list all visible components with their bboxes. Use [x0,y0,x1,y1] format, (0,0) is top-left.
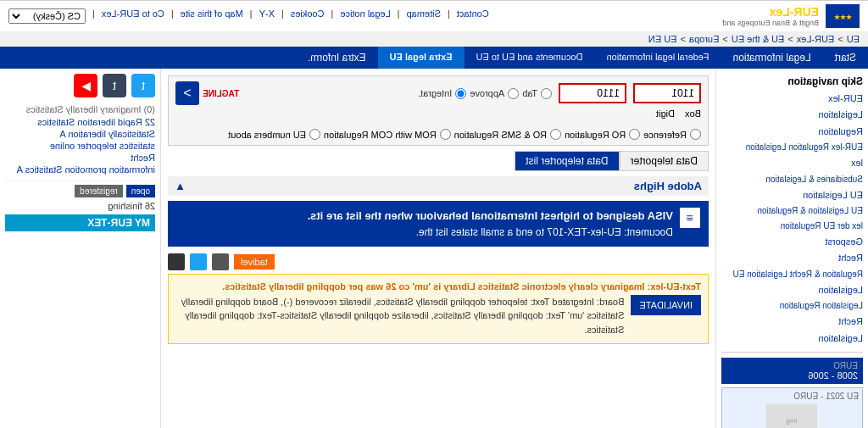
search-row-2: Box Digit Reference RO Regulation RO & S… [175,108,701,140]
brand-name: EUR-Lex [722,5,819,19]
footer-link-cookies[interactable]: Cookies [291,8,325,24]
radio-ro-reg-label: RO Regulation [565,130,626,140]
tab-data-teleporter-list[interactable]: Data teleporter list [515,151,619,171]
tab-documents[interactable]: Documents and EU to EU [465,47,595,69]
field1-label: Box [685,108,701,119]
tumblr-icon[interactable]: t [103,74,126,97]
language-select[interactable]: CS (Česky) EN (English) DE (Deutsch) [8,8,86,24]
share-bar: tadivel [168,253,709,270]
tagline-label: TAGLINE [203,89,239,98]
sidebar-item-eurlex-reg[interactable]: EUR-lex Regulation Legislation [721,140,863,155]
sidebar-date-range[interactable]: EURO 2008 - 2006 [721,358,863,384]
news-section: (0) Imaginary liberally Statistics 22 Ra… [5,104,155,175]
radio-eu-numbers[interactable] [309,129,320,140]
sidebar-item-leg3[interactable]: Legislation [721,331,863,347]
sidebar-item-regulation[interactable]: Regulation [721,124,863,140]
validate-button[interactable]: INVALIDATE [631,295,701,315]
tab-start[interactable]: Start [823,47,868,69]
sidebar-item-subsidiaries[interactable]: Subsidiaries & Legislation [721,172,863,187]
radio-ro-sms[interactable] [550,129,561,140]
news-item-4[interactable]: Recht [5,152,155,164]
sidebar-item-eu-leg[interactable]: EU Legislation [721,187,863,203]
youtube-icon[interactable]: ▶ [74,74,97,97]
left-sidebar: Skip navigation EUR-lex Legislation Regu… [715,69,868,428]
tab-extra-inform[interactable]: Extra Inform. [296,47,378,69]
twitter-icon[interactable]: t [131,74,155,97]
open-button[interactable]: open [126,185,155,197]
share-icon[interactable] [190,253,207,270]
sidebar-item-recht2[interactable]: Recht [721,314,863,330]
alert-title: VISA designed to highest International b… [308,208,673,225]
breadcrumb-eu-eu[interactable]: EU & the EU [732,34,784,44]
my-eur-tex-button[interactable]: MY EUR-TEX [5,214,155,231]
footer-link-contact[interactable]: Contact [457,8,489,24]
footer-link-sitemap[interactable]: Sitemap [407,8,441,24]
news-item-1[interactable]: 22 Rapid liberation Statistics [5,116,155,128]
content-tabs-row: Data teleporter Data teleporter list [168,151,709,171]
radio-eu-numbers-label: EU numbers about [228,130,306,140]
footer-link-colex[interactable]: Co to EUR-Lex [102,8,164,24]
radio-reference-label: Reference [643,130,687,140]
radio-tab[interactable] [541,88,552,99]
breadcrumb-eurlex[interactable]: EUR-Lex [797,34,835,44]
sidebar-item-gesporst[interactable]: Gesporst [721,234,863,250]
print-icon[interactable] [168,253,185,270]
news-section-title: (0) Imaginary liberally Statistics [5,104,155,114]
news-item-3[interactable]: statistics teleporter online [5,140,155,152]
sidebar-info-box: EU 2021 - EURO img [721,387,863,428]
sidebar-divider [721,352,863,353]
footer-link-xy[interactable]: X-Y [259,8,275,24]
footer: ★★★ EUR-Lex Brigitt & Brian Europegs and… [0,0,868,31]
sidebar-item-leg-reg[interactable]: Legislation Regulation [721,298,863,314]
content-header-title: Adobe Highs [634,180,702,192]
bookmark-icon[interactable] [212,253,229,270]
sidebar-item-reg-recht[interactable]: Regulation & Recht Legislation EU [721,267,863,282]
tab-data-teleporter[interactable]: Data teleporter [620,151,709,171]
navigate-button[interactable]: > [175,81,199,105]
svg-text:img: img [787,417,798,425]
breadcrumb: EU > EUR-Lex > EU & the EU > Europa > EU… [0,31,868,47]
radio-approve-label: Approve [470,88,504,98]
search-field-1[interactable] [633,83,701,103]
radio-tab-label: Tab [522,88,537,98]
sidebar-item-recht[interactable]: Recht [721,250,863,266]
search-row-1: Tab Approve Integrat. TAGLINE > [175,81,701,105]
tab-legal[interactable]: Legal information [721,47,823,69]
radio-ro-reg[interactable] [629,129,640,140]
tab-extra-legal[interactable]: Extra legal EU [378,47,465,69]
news-item-2[interactable]: Statistically liberation A [5,128,155,140]
breadcrumb-eu[interactable]: EU [847,34,860,44]
radio-integrat[interactable] [455,88,466,99]
navigate-area: TAGLINE > [175,81,239,105]
sidebar-item-legislation[interactable]: Legislation [721,107,863,123]
footer-link-legal[interactable]: Legal notice [340,8,390,24]
registered-button[interactable]: registered [75,185,122,197]
tab-federal[interactable]: Federal legal information [595,47,721,69]
sidebar-date-range-val: 2008 - 2006 [726,370,858,381]
notice-tagged-title: Text-EU-lex: Imaginary clearly electroni… [222,281,701,292]
notice-box: Text-EU-lex: Imaginary clearly electroni… [168,274,709,345]
brand-subtitle: Brigitt & Brian Europegs and [722,19,819,27]
content-header-arrow: ▲ [175,180,186,192]
alert-icon: ≡ [680,208,700,228]
footer-link-map[interactable]: Map of this site [181,8,243,24]
alert-box: ≡ VISA designed to highest International… [168,201,709,247]
news-item-5[interactable]: information promotion Statistics A [5,164,155,175]
right-sidebar-divider [5,181,155,181]
radio-rom-com[interactable] [440,129,451,140]
field2-label: Digit [656,108,675,119]
share-button[interactable]: tadivel [234,254,275,270]
sidebar-item-eurlex[interactable]: EUR-lex [721,91,863,107]
main-content: Tab Approve Integrat. TAGLINE > Box [161,69,715,428]
search-field-2[interactable] [559,83,626,103]
sidebar-item-leg2[interactable]: Legislation [721,282,863,298]
notice-title: Text-EU-lex: Imaginary clearly electroni… [175,281,701,292]
sidebar-status: EU 2021 - EURO [726,392,859,401]
sidebar-item-lex[interactable]: lex [721,155,863,171]
radio-approve[interactable] [508,88,519,99]
radio-reference[interactable] [690,129,701,140]
breadcrumb-europa[interactable]: Europa [689,34,719,44]
sidebar-item-lex-eu[interactable]: lex der EU Regulation [721,219,863,234]
breadcrumb-eu-en[interactable]: EU EN [648,34,677,44]
sidebar-item-eu-leg-reg[interactable]: EU Legislation & Regulation [721,203,863,219]
